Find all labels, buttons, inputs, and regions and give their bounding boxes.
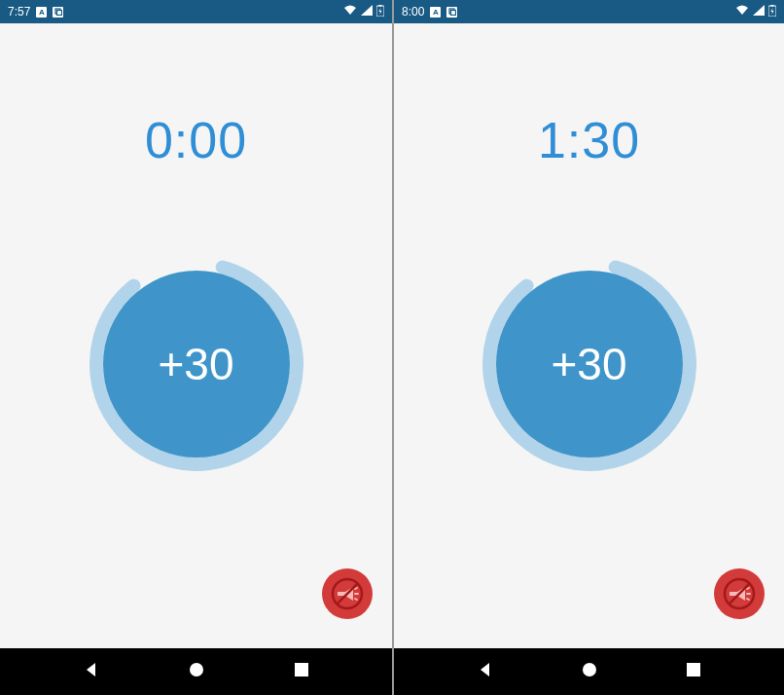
wifi-icon bbox=[343, 5, 357, 18]
nav-recent-icon[interactable] bbox=[294, 662, 309, 681]
status-left: 8:00 A bbox=[402, 5, 457, 18]
svg-rect-12 bbox=[771, 5, 774, 7]
dial-face: +30 bbox=[496, 271, 683, 457]
phone-screen: 8:00 A 1:30 +30 bbox=[392, 0, 784, 695]
battery-icon bbox=[768, 5, 776, 19]
dial-label: +30 bbox=[551, 338, 626, 390]
add-time-dial[interactable]: +30 bbox=[89, 257, 303, 471]
nav-back-icon[interactable] bbox=[83, 661, 100, 682]
megaphone-muted-icon bbox=[328, 574, 367, 613]
status-bar: 7:57 A bbox=[0, 0, 392, 23]
svg-rect-17 bbox=[687, 663, 700, 677]
dial-face: +30 bbox=[103, 271, 290, 457]
megaphone-muted-icon bbox=[720, 574, 759, 613]
phone-screen: 7:57 A 0:00 +30 bbox=[0, 0, 392, 695]
timer-content: 1:30 +30 bbox=[394, 23, 784, 648]
timer-display: 0:00 bbox=[145, 111, 247, 169]
status-indicator-b-icon bbox=[446, 7, 457, 18]
status-indicator-a-icon: A bbox=[36, 7, 47, 18]
nav-home-icon[interactable] bbox=[188, 661, 205, 682]
signal-icon bbox=[753, 5, 765, 18]
mute-button[interactable] bbox=[322, 568, 373, 619]
svg-rect-3 bbox=[379, 5, 382, 7]
status-left: 7:57 A bbox=[8, 5, 63, 18]
nav-recent-icon[interactable] bbox=[686, 662, 701, 681]
svg-rect-1 bbox=[56, 11, 61, 16]
status-clock: 8:00 bbox=[402, 5, 424, 18]
svg-point-7 bbox=[190, 663, 203, 677]
status-bar: 8:00 A bbox=[394, 0, 784, 23]
status-right bbox=[343, 5, 384, 19]
timer-content: 0:00 +30 bbox=[0, 23, 392, 648]
mute-button[interactable] bbox=[714, 568, 765, 619]
status-clock: 7:57 bbox=[8, 5, 30, 18]
status-right bbox=[735, 5, 776, 19]
dial-label: +30 bbox=[158, 338, 233, 390]
add-time-dial[interactable]: +30 bbox=[482, 257, 696, 471]
android-nav-bar bbox=[0, 648, 392, 695]
status-indicator-a-icon: A bbox=[430, 7, 441, 18]
svg-rect-8 bbox=[295, 663, 308, 677]
battery-icon bbox=[376, 5, 384, 19]
android-nav-bar bbox=[394, 648, 784, 695]
svg-rect-10 bbox=[450, 11, 455, 16]
svg-point-16 bbox=[583, 663, 596, 677]
nav-back-icon[interactable] bbox=[477, 661, 494, 682]
signal-icon bbox=[361, 5, 373, 18]
timer-display: 1:30 bbox=[538, 111, 640, 169]
status-indicator-b-icon bbox=[53, 7, 63, 18]
wifi-icon bbox=[735, 5, 749, 18]
nav-home-icon[interactable] bbox=[581, 661, 598, 682]
